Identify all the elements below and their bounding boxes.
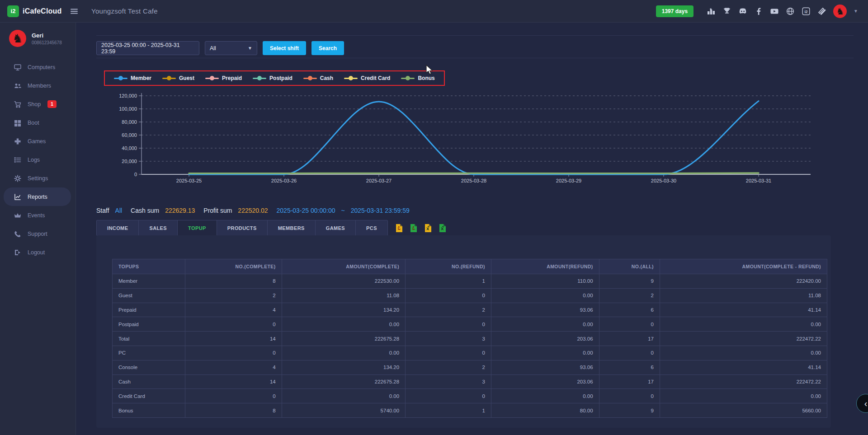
report-tabs-row: INCOMESALESTOPUPPRODUCTSMEMBERSGAMESPCS <box>96 220 446 236</box>
table-panel: TOPUPSNO.(COMPLETE)AMOUNT(COMPLETE)NO.(R… <box>96 235 831 428</box>
divider <box>96 35 854 36</box>
hamburger-menu-icon[interactable] <box>70 7 79 16</box>
legend-label: Prepaid <box>222 75 242 81</box>
sidebar-item-members[interactable]: Members <box>4 76 71 95</box>
select-shift-button[interactable]: Select shift <box>263 41 306 55</box>
legend-item-bonus[interactable]: Bonus <box>401 75 434 81</box>
tab-topup[interactable]: TOPUP <box>178 220 217 235</box>
sidebar-item-logs[interactable]: Logs <box>4 150 71 169</box>
summary-bar: Staff All Cash sum 222629.13 Profit sum … <box>96 207 410 214</box>
tab-members[interactable]: MEMBERS <box>268 220 316 235</box>
tab-income[interactable]: INCOME <box>97 220 139 235</box>
table-row[interactable]: Guest211.0800.00211.08 <box>113 288 827 303</box>
y-axis-tick-label: 80,000 <box>122 119 137 125</box>
legend-item-prepaid[interactable]: Prepaid <box>205 75 242 81</box>
export-pdf-all-icon[interactable] <box>410 224 417 233</box>
table-cell: 4 <box>185 303 282 317</box>
trophy-icon[interactable] <box>722 7 731 16</box>
table-row[interactable]: Total14222675.283203.0617222472.22 <box>113 332 827 346</box>
facebook-icon[interactable] <box>754 7 763 16</box>
sidebar-item-label: Boot <box>28 120 39 126</box>
table-cell: 0 <box>406 288 491 303</box>
sidebar-item-reports[interactable]: Reports <box>4 187 71 206</box>
period-start: 2025-03-25 00:00:00 <box>277 207 335 214</box>
legend-item-guest[interactable]: Guest <box>162 75 194 81</box>
tab-games[interactable]: GAMES <box>316 220 356 235</box>
table-cell: 2 <box>599 288 660 303</box>
sidebar-item-games[interactable]: Games <box>4 132 71 150</box>
legend-marker-icon <box>344 78 358 79</box>
icafecloud-icon[interactable]: i2 <box>802 7 811 16</box>
legend-item-member[interactable]: Member <box>114 75 151 81</box>
table-cell: Credit Card <box>113 389 185 403</box>
chevron-down-icon[interactable]: ▼ <box>854 9 858 14</box>
legend-marker-icon <box>401 78 415 79</box>
export-buttons <box>395 224 446 233</box>
report-tabs: INCOMESALESTOPUPPRODUCTSMEMBERSGAMESPCS <box>96 220 388 236</box>
table-row[interactable]: PC00.0000.0000.00 <box>113 346 827 360</box>
x-axis-tick-label: 2025-03-26 <box>271 178 297 183</box>
table-cell: 0.00 <box>282 317 406 332</box>
export-pdf-page-icon[interactable] <box>395 224 403 233</box>
cash-sum-value: 222629.13 <box>165 207 195 214</box>
youtube-icon[interactable] <box>770 7 779 16</box>
games-icon <box>14 137 22 145</box>
table-cell: 203.06 <box>491 374 599 389</box>
table-row[interactable]: Postpaid00.0000.0000.00 <box>113 317 827 332</box>
tab-pcs[interactable]: PCS <box>356 220 387 235</box>
themes-icon[interactable] <box>817 7 826 16</box>
tab-sales[interactable]: SALES <box>139 220 178 235</box>
legend-label: Guest <box>179 75 194 81</box>
legend-item-credit-card[interactable]: Credit Card <box>344 75 390 81</box>
legend-label: Postpaid <box>269 75 292 81</box>
legend-dot-icon <box>308 76 312 80</box>
legend-item-postpaid[interactable]: Postpaid <box>253 75 292 81</box>
sidebar-item-support[interactable]: Support <box>4 225 71 243</box>
sidebar-item-boot[interactable]: Boot <box>4 113 71 132</box>
table-row[interactable]: Prepaid4134.20293.06641.14 <box>113 303 827 317</box>
topbar: i2 iCafeCloud Youngzsoft Test Cafe 1397 … <box>0 0 868 23</box>
sidebar-item-logout[interactable]: Logout <box>4 243 71 262</box>
filter-bar: 2025-03-25 00:00 - 2025-03-31 23:59 All … <box>96 41 344 55</box>
table-cell: 80.00 <box>491 403 599 418</box>
logout-icon <box>14 248 22 257</box>
table-cell: 222472.22 <box>660 374 827 389</box>
table-cell: 0 <box>185 346 282 360</box>
sidebar-item-label: Events <box>28 212 45 219</box>
table-row[interactable]: Credit Card00.0000.0000.00 <box>113 389 827 403</box>
staff-value[interactable]: All <box>115 207 123 214</box>
globe-icon[interactable] <box>786 7 795 16</box>
page-title: Youngzsoft Test Cafe <box>91 7 656 15</box>
y-axis-tick-label: 100,000 <box>119 106 137 112</box>
sidebar-item-computers[interactable]: Computers <box>4 58 71 76</box>
main-content: 2025-03-25 00:00 - 2025-03-31 23:59 All … <box>76 23 868 435</box>
user-avatar[interactable]: ♞ <box>833 5 847 18</box>
table-row[interactable]: Bonus85740.00180.0095660.00 <box>113 403 827 418</box>
support-icon <box>14 230 22 238</box>
table-row[interactable]: Cash14222675.283203.0617222472.22 <box>113 374 827 389</box>
table-cell: 134.20 <box>282 360 406 374</box>
ranking-icon[interactable] <box>707 7 716 16</box>
table-row[interactable]: Member8222530.001110.009222420.00 <box>113 274 827 289</box>
sidebar-item-events[interactable]: Events <box>4 206 71 225</box>
legend-marker-icon <box>205 78 219 79</box>
brand[interactable]: i2 iCafeCloud <box>0 5 76 17</box>
table-row[interactable]: Console4134.20293.06641.14 <box>113 360 827 374</box>
legend-item-cash[interactable]: Cash <box>303 75 333 81</box>
logs-icon <box>14 156 22 164</box>
days-badge[interactable]: 1397 days <box>656 5 693 17</box>
export-excel-all-icon[interactable] <box>439 224 446 233</box>
sidebar-item-settings[interactable]: Settings <box>4 169 71 187</box>
legend-dot-icon <box>167 76 171 80</box>
table-cell: 0 <box>599 346 660 360</box>
date-range-input[interactable]: 2025-03-25 00:00 - 2025-03-31 23:59 <box>96 41 199 55</box>
discord-icon[interactable] <box>738 7 747 16</box>
sidebar-user[interactable]: ♞ Geri 008612345678 <box>0 23 75 51</box>
sidebar-item-shop[interactable]: Shop1 <box>4 95 71 113</box>
sidebar-avatar: ♞ <box>9 30 26 47</box>
table-cell: 5740.00 <box>282 403 406 418</box>
search-button[interactable]: Search <box>311 41 344 55</box>
staff-select[interactable]: All ▼ <box>205 41 257 55</box>
export-excel-page-icon[interactable] <box>424 224 432 233</box>
tab-products[interactable]: PRODUCTS <box>217 220 268 235</box>
